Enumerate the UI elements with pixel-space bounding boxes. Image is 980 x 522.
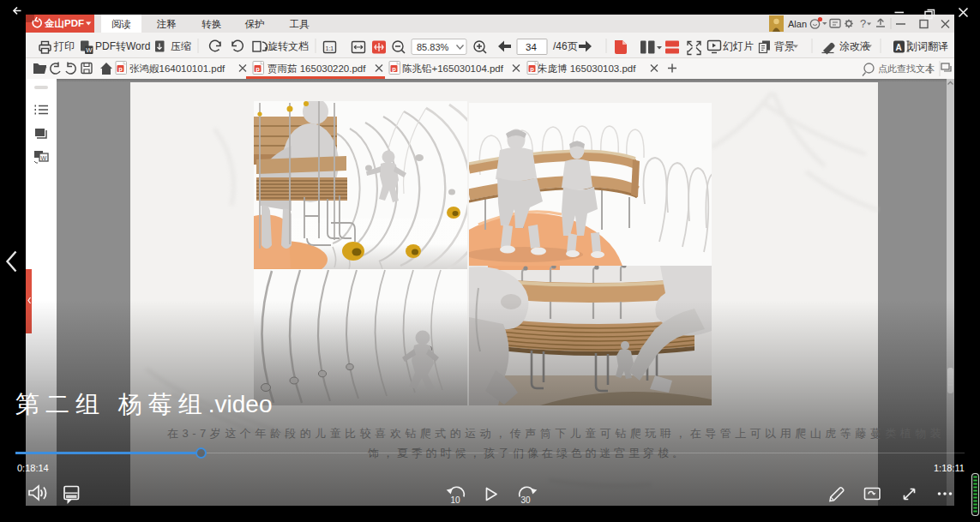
svg-text:?: ? [860, 17, 866, 30]
svg-text:A: A [896, 43, 902, 52]
svg-text:34: 34 [526, 42, 537, 52]
svg-text:W: W [86, 46, 93, 54]
svg-text:10: 10 [451, 495, 461, 505]
svg-text:1:1: 1:1 [326, 45, 334, 51]
svg-text:p: p [118, 65, 123, 73]
svg-text:W: W [41, 155, 47, 161]
svg-text:85.83%: 85.83% [417, 42, 449, 52]
svg-text:30: 30 [521, 495, 532, 505]
